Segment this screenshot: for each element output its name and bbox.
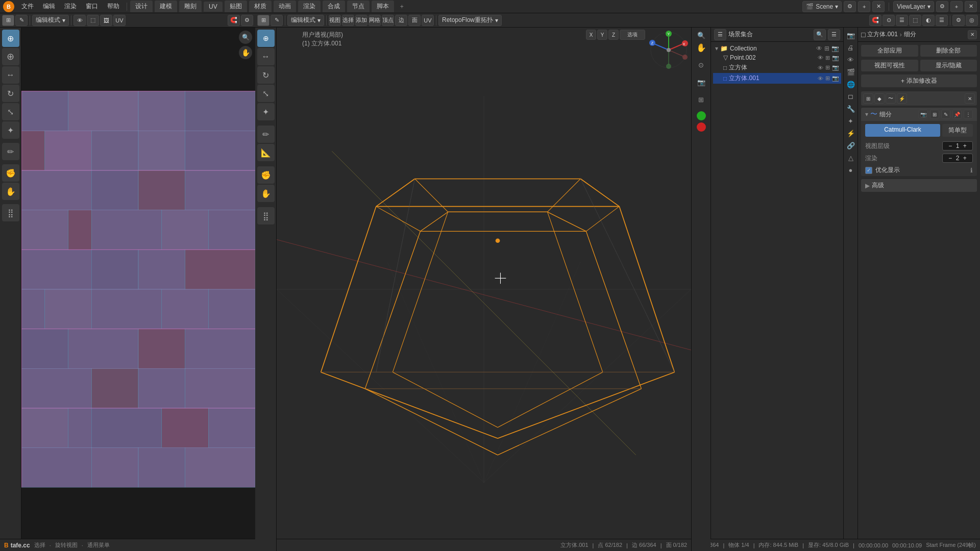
props-object-icon[interactable]: □ — [845, 91, 856, 102]
uv-select-btn[interactable]: ⬚ — [87, 15, 99, 26]
cube001-vp[interactable]: ⊞ — [825, 75, 830, 82]
tool-move[interactable]: ↔ — [2, 66, 19, 84]
props-view-icon[interactable]: 👁 — [845, 54, 856, 65]
uv-view-btn[interactable]: 👁 — [74, 15, 86, 26]
cube001-render[interactable]: 📷 — [832, 75, 839, 82]
mod-filter-gen[interactable]: ◆ — [874, 93, 885, 104]
vp-tool-smooth[interactable]: ✋ — [257, 185, 275, 202]
zoom-btn[interactable]: 🔍 — [239, 31, 252, 44]
scene-selector[interactable]: 🎬 Scene ▾ — [802, 1, 842, 12]
vp-shading[interactable]: ◐ — [922, 15, 935, 26]
scene-item-point[interactable]: ▽ Point.002 👁 ⊞ 📷 — [713, 53, 841, 62]
modifier-expand[interactable]: ▾ — [865, 111, 868, 118]
tool-transform[interactable]: ✦ — [2, 121, 19, 139]
viewlayer-options[interactable]: ⚙ — [936, 1, 948, 12]
render-value[interactable]: − 2 + — [942, 154, 973, 163]
cube-vp[interactable]: ⊞ — [825, 64, 830, 71]
blender-logo[interactable]: B — [3, 1, 14, 12]
point-render[interactable]: 📷 — [832, 55, 839, 61]
uv-options-btn[interactable]: ⚙ — [241, 15, 253, 26]
view-btn[interactable]: 视图 — [329, 15, 341, 26]
mod-vp-toggle[interactable]: ⊞ — [930, 110, 939, 119]
mod-render-toggle[interactable]: 📷 — [919, 110, 928, 119]
scene-new[interactable]: + — [858, 1, 870, 12]
tab-rendering[interactable]: 渲染 — [298, 1, 321, 12]
tab-texture[interactable]: 贴图 — [225, 1, 247, 12]
uv-canvas[interactable]: 🔍 ✋ — [21, 28, 255, 551]
vp-snap[interactable]: 🧲 — [869, 15, 881, 26]
catmull-clark-btn[interactable]: Catmull-Clark — [865, 124, 940, 137]
scene-delete[interactable]: ✕ — [872, 1, 885, 12]
viewport-icon[interactable]: ⊞ — [257, 15, 270, 26]
point-vp[interactable]: ⊞ — [825, 55, 830, 61]
view-local-btn[interactable]: 选项 — [620, 30, 645, 40]
props-modifier-icon[interactable]: 🔧 — [845, 103, 856, 114]
add-modifier-btn[interactable]: + 添加修改器 — [861, 74, 977, 87]
select-btn[interactable]: 选择 — [342, 15, 354, 26]
tool-select[interactable]: ⊕ — [2, 30, 19, 47]
view-y-btn[interactable]: Y — [597, 30, 607, 40]
tool-grab[interactable]: ✊ — [2, 164, 19, 182]
viewlayer-new[interactable]: + — [950, 1, 963, 12]
vp-tool-scale[interactable]: ⤡ — [257, 85, 275, 102]
props-data-icon[interactable]: △ — [845, 152, 856, 163]
vp-proportional[interactable]: ⊙ — [883, 15, 895, 26]
tab-material[interactable]: 材质 — [249, 1, 272, 12]
optimize-info[interactable]: ℹ — [970, 167, 973, 174]
advanced-header[interactable]: ▶ 高级 — [861, 179, 977, 192]
props-scene-icon[interactable]: 🎬 — [845, 66, 856, 78]
outliner-options[interactable]: ☰ — [828, 29, 840, 40]
vertex-btn[interactable]: 顶点 — [382, 15, 394, 26]
viewport-mode-btn[interactable]: ✎ — [271, 15, 283, 26]
cube001-eye[interactable]: 👁 — [818, 76, 823, 82]
tab-compositing[interactable]: 合成 — [323, 1, 345, 12]
vp-color-red[interactable] — [697, 122, 706, 132]
vp-right-orbit[interactable]: ⊙ — [696, 59, 707, 70]
tool-move2[interactable]: ✋ — [2, 183, 19, 200]
view-x-btn[interactable]: X — [586, 30, 596, 40]
viewport-vis-btn[interactable]: 视图可视性 — [861, 60, 918, 71]
props-particles-icon[interactable]: ✦ — [845, 115, 856, 127]
view-z-btn[interactable]: Z — [608, 30, 619, 40]
viewport-mode-dropdown[interactable]: 编辑模式 ▾ — [287, 15, 324, 26]
vp-tool-transform[interactable]: ✦ — [257, 103, 275, 120]
collection-render-icon[interactable]: 📷 — [831, 45, 839, 52]
vp-tool-extra[interactable]: ⣿ — [257, 207, 275, 224]
vp-color-green[interactable] — [697, 111, 706, 120]
face-btn[interactable]: 面 — [408, 15, 421, 26]
vp-overlay[interactable]: ⬚ — [909, 15, 921, 26]
tool-scale[interactable]: ⤡ — [2, 103, 19, 120]
menu-edit[interactable]: 编辑 — [39, 1, 59, 12]
add-tab-button[interactable]: + — [396, 2, 408, 11]
uv-image-btn[interactable]: 🖼 — [100, 15, 112, 26]
collection-eye-icon[interactable]: 👁 — [816, 45, 822, 52]
props-constraints-icon[interactable]: 🔗 — [845, 140, 856, 151]
tab-animation[interactable]: 动画 — [274, 1, 296, 12]
vp-right-camera[interactable]: 📷 — [696, 77, 707, 88]
vp-tool-cursor[interactable]: ⊕ — [257, 30, 275, 47]
vp-tool-move[interactable]: ↔ — [257, 48, 275, 65]
collection-row[interactable]: ▾ 📁 Collection 👁 ⊞ 📷 — [713, 44, 841, 53]
props-render-icon[interactable]: 📷 — [845, 30, 856, 41]
viewport-level-value[interactable]: − 1 + — [942, 141, 973, 151]
menu-render[interactable]: 渲染 — [60, 1, 81, 12]
tab-scripting[interactable]: 脚本 — [372, 1, 394, 12]
props-world-icon[interactable]: 🌐 — [845, 79, 856, 90]
scene-item-cube[interactable]: □ 立方体 👁 ⊞ 📷 — [713, 62, 841, 73]
vp-options[interactable]: ☰ — [936, 15, 948, 26]
mod-filter-all[interactable]: ⊞ — [863, 93, 873, 104]
menu-help[interactable]: 帮助 — [103, 1, 124, 12]
uv-editor-icon[interactable]: ⊞ — [2, 15, 14, 26]
vp-xray[interactable]: ☰ — [896, 15, 908, 26]
viewport-level-minus[interactable]: − — [948, 142, 952, 149]
tool-rotate[interactable]: ↻ — [2, 85, 19, 102]
tab-uv[interactable]: UV — [204, 2, 223, 12]
scene-options[interactable]: ⚙ — [844, 1, 856, 12]
mod-filter-def[interactable]: 〜 — [886, 93, 896, 104]
uv-uv-btn[interactable]: UV — [113, 15, 126, 26]
tool-dots[interactable]: ⣿ — [2, 204, 19, 221]
edge-btn[interactable]: 边 — [395, 15, 407, 26]
props-physics-icon[interactable]: ⚡ — [845, 128, 856, 139]
mod-menu[interactable]: ⋮ — [964, 110, 973, 119]
tool-cursor[interactable]: ⊕ — [2, 48, 19, 65]
